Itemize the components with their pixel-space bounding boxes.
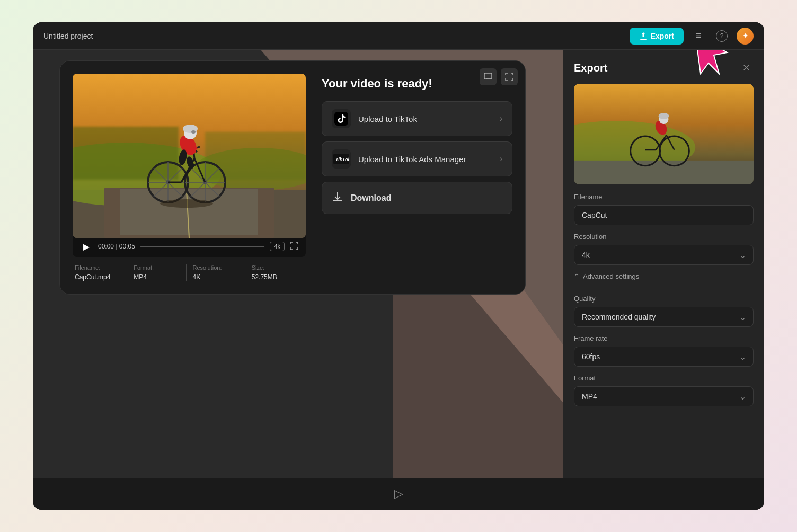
panel-thumb-inner: [574, 84, 754, 184]
quality-select-wrapper: Recommended quality High quality Low qua…: [574, 307, 754, 327]
tiktok-ads-icon-container: TikTok: [332, 149, 351, 169]
resolution-label: Resolution:: [193, 264, 238, 271]
fullscreen-icon: [505, 73, 513, 81]
play-button[interactable]: ▶: [80, 240, 93, 253]
svg-rect-44: [574, 161, 754, 184]
top-bar-actions: Export ≡ ? ✦: [630, 28, 754, 45]
cyclist-video-scene: [73, 74, 306, 238]
panel-thumbnail: [574, 84, 754, 184]
export-button[interactable]: Export: [630, 28, 684, 45]
format-value: MP4: [134, 273, 147, 281]
timeline-play-icon: ▷: [394, 487, 403, 500]
filename-value: CapCut.mp4: [75, 273, 110, 281]
close-icon: ✕: [742, 62, 750, 74]
tiktok-label: Upload to TikTok: [358, 114, 492, 123]
help-icon: ?: [716, 30, 728, 42]
resolution-info: Resolution: 4K: [187, 264, 245, 281]
format-label: Format:: [134, 264, 179, 271]
help-button[interactable]: ?: [713, 28, 730, 45]
svg-point-38: [160, 199, 213, 208]
top-bar: Untitled project Export ≡ ? ✦: [33, 22, 764, 50]
avatar-button[interactable]: ✦: [737, 28, 754, 45]
download-label: Download: [351, 193, 391, 203]
resolution-field-label: Resolution: [574, 233, 754, 241]
svg-text:TikTok: TikTok: [335, 157, 349, 162]
quality-section: Quality Recommended quality High quality…: [563, 295, 764, 334]
filename-input[interactable]: [574, 205, 754, 225]
panel-title: Export: [574, 62, 607, 74]
svg-rect-8: [205, 132, 306, 180]
divider: [574, 287, 754, 287]
svg-rect-0: [640, 39, 647, 40]
dialog-header-icons: [480, 68, 518, 85]
framerate-field-label: Frame rate: [574, 334, 754, 342]
export-panel: Export ✕: [563, 50, 764, 478]
progress-bar[interactable]: [140, 246, 265, 247]
size-label: Size:: [252, 264, 297, 271]
file-info: Filename: CapCut.mp4 Format: MP4 Resolut…: [73, 264, 306, 281]
download-button[interactable]: Download: [322, 182, 512, 214]
resolution-select[interactable]: 4k 1080p 720p 480p: [574, 245, 754, 265]
size-value: 52.75MB: [252, 273, 277, 281]
resolution-select-wrapper: 4k 1080p 720p 480p: [574, 245, 754, 265]
filename-info: Filename: CapCut.mp4: [75, 264, 127, 281]
resolution-value: 4K: [193, 273, 201, 281]
filename-label: Filename:: [75, 264, 120, 271]
export-upload-icon: [639, 32, 648, 40]
svg-point-34: [191, 130, 196, 134]
feedback-icon: [484, 73, 492, 81]
framerate-select[interactable]: 60fps 30fps 24fps: [574, 347, 754, 367]
bottom-bar: ▷: [33, 478, 764, 510]
close-panel-button[interactable]: ✕: [739, 60, 754, 75]
framerate-select-wrapper: 60fps 30fps 24fps: [574, 347, 754, 367]
project-title: Untitled project: [43, 32, 93, 40]
filename-section: Filename: [563, 193, 764, 233]
play-icon: ▶: [83, 242, 90, 252]
avatar-label: ✦: [742, 32, 748, 40]
download-icon: [332, 191, 343, 205]
format-select-wrapper: MP4 MOV AVI: [574, 386, 754, 406]
format-section: Format MP4 MOV AVI: [563, 374, 764, 414]
tiktok-icon-container: [332, 109, 351, 128]
dialog-feedback-button[interactable]: [480, 68, 497, 85]
video-controls: ▶ 00:00 | 00:05 4k: [73, 236, 306, 257]
tiktok-ads-button[interactable]: TikTok Upload to TikTok Ads Manager ›: [322, 141, 512, 176]
fullscreen-expand-icon: [290, 242, 298, 250]
menu-icon: ≡: [695, 30, 702, 42]
tiktok-ads-label: Upload to TikTok Ads Manager: [358, 155, 492, 164]
main-content: ▶ 00:00 | 00:05 4k: [33, 50, 764, 478]
tiktok-upload-button[interactable]: Upload to TikTok ›: [322, 101, 512, 136]
resolution-section: Resolution 4k 1080p 720p 480p: [563, 233, 764, 272]
tiktok-ads-icon: TikTok: [333, 154, 349, 164]
format-select[interactable]: MP4 MOV AVI: [574, 386, 754, 406]
filename-field-label: Filename: [574, 193, 754, 201]
quality-select[interactable]: Recommended quality High quality Low qua…: [574, 307, 754, 327]
quality-badge: 4k: [270, 242, 285, 251]
svg-rect-7: [73, 127, 179, 180]
svg-point-52: [659, 113, 669, 119]
format-field-label: Format: [574, 374, 754, 382]
advanced-settings-toggle[interactable]: ⌃ Advanced settings: [563, 272, 764, 287]
panel-header: Export ✕: [563, 50, 764, 84]
dialog-fullscreen-button[interactable]: [501, 68, 518, 85]
collapse-icon: ⌃: [574, 272, 580, 280]
format-info: Format: MP4: [127, 264, 186, 281]
video-thumbnail: [73, 74, 306, 238]
framerate-section: Frame rate 60fps 30fps 24fps: [563, 334, 764, 374]
time-display: 00:00 | 00:05: [98, 243, 135, 250]
quality-field-label: Quality: [574, 295, 754, 303]
video-preview: ▶ 00:00 | 00:05 4k: [73, 74, 306, 281]
panel-thumbnail-scene: [574, 84, 754, 184]
fullscreen-button[interactable]: [290, 242, 298, 252]
timeline-play-button[interactable]: ▷: [394, 487, 403, 501]
tiktok-arrow-icon: ›: [500, 114, 502, 123]
menu-button[interactable]: ≡: [690, 28, 707, 45]
dialog-content: ▶ 00:00 | 00:05 4k: [60, 61, 525, 294]
tiktok-icon: [334, 112, 348, 126]
tiktok-ads-arrow-icon: ›: [500, 154, 502, 164]
export-options: Your video is ready! Upload to TikTok ›: [322, 74, 512, 281]
size-info: Size: 52.75MB: [245, 264, 304, 281]
app-window: Untitled project Export ≡ ? ✦: [33, 22, 764, 510]
export-dialog: ▶ 00:00 | 00:05 4k: [59, 60, 526, 295]
